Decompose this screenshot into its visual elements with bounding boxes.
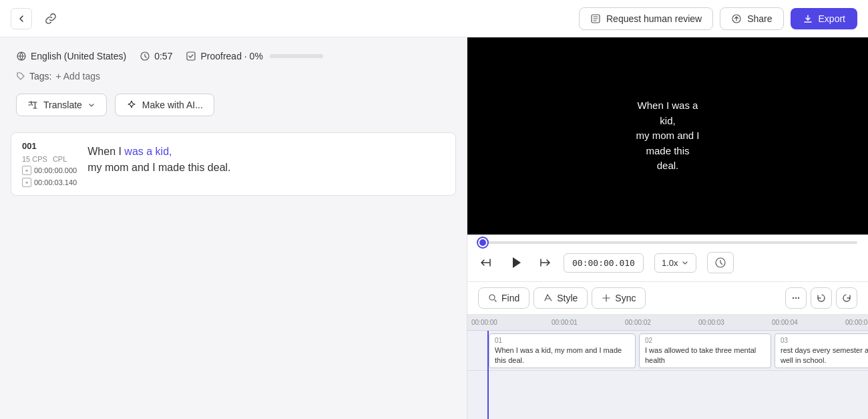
caption-line2: kid, xyxy=(660,115,675,126)
clock-button[interactable] xyxy=(707,252,734,273)
clip-text-2: I was allowed to take three mental healt… xyxy=(645,345,765,366)
time-end-icon[interactable]: + xyxy=(22,178,31,187)
svg-point-10 xyxy=(798,297,799,299)
caption-line5: deal. xyxy=(657,160,679,171)
translate-icon xyxy=(27,100,38,110)
track-row-1: 01 When I was a kid, my mom and I made t… xyxy=(467,331,868,371)
svg-rect-4 xyxy=(187,52,195,60)
header-right: Request human review Share Export xyxy=(579,7,857,30)
ruler-mark-2: 00:00:02 xyxy=(625,319,651,326)
subtitle-entry: 001 15 CPS CPL + 00:00:00.000 + xyxy=(11,132,456,196)
check-icon xyxy=(186,51,196,61)
clip-label-3: 03 xyxy=(781,337,868,344)
chevron-down-icon xyxy=(87,101,95,109)
sync-button[interactable]: Sync xyxy=(592,287,646,309)
caption-line4: made this xyxy=(646,145,689,156)
search-icon xyxy=(488,293,497,303)
entry-number: 001 xyxy=(22,141,77,151)
entry-text-highlight: was a kid, xyxy=(122,146,172,157)
progress-area xyxy=(467,235,868,244)
entry-text[interactable]: When I was a kid, my mom and I made this… xyxy=(87,141,445,187)
time-end: 00:00:03.140 xyxy=(34,178,77,186)
back-button[interactable] xyxy=(11,8,32,29)
rewind-button[interactable] xyxy=(478,255,493,270)
tags-label: Tags: xyxy=(29,71,51,82)
link-button[interactable] xyxy=(40,8,61,29)
waveform-2 xyxy=(645,368,765,368)
time-start-row: + 00:00:00.000 xyxy=(22,166,77,175)
find-label: Find xyxy=(501,293,519,303)
speed-chevron-icon xyxy=(681,259,689,267)
request-review-button[interactable]: Request human review xyxy=(579,7,713,30)
time-start: 00:00:00.000 xyxy=(34,166,77,174)
progress-dot xyxy=(478,238,487,247)
editor-toolbar: Find Style Sync xyxy=(467,281,868,315)
timeline-clip-1[interactable]: 01 When I was a kid, my mom and I made t… xyxy=(489,333,636,368)
caption-line1: When I was a xyxy=(638,100,698,111)
clip-text-3: rest days every semester as long as do w… xyxy=(781,345,868,366)
translate-label: Translate xyxy=(43,100,82,110)
tags-row: Tags: + Add tags xyxy=(16,71,451,82)
globe-icon xyxy=(16,51,27,61)
more-icon xyxy=(791,293,801,303)
ruler-mark-0: 00:00:00 xyxy=(471,319,497,326)
add-tags-button[interactable]: + Add tags xyxy=(55,71,100,82)
make-with-ai-button[interactable]: Make with AI... xyxy=(115,94,214,116)
style-label: Style xyxy=(557,293,578,303)
ruler-mark-3: 00:00:03 xyxy=(698,319,724,326)
actions-row: Translate Make with AI... xyxy=(16,94,451,116)
subtitle-scroll-area[interactable]: 001 15 CPS CPL + 00:00:00.000 + xyxy=(0,127,467,419)
video-area: When I was a kid, my mom and I made this… xyxy=(467,37,868,235)
cpl-label: CPL xyxy=(53,155,67,163)
ruler-mark-4: 00:00:04 xyxy=(772,319,798,326)
export-label: Export xyxy=(819,13,845,24)
time-end-row: + 00:00:03.140 xyxy=(22,178,77,187)
request-review-label: Request human review xyxy=(606,13,702,24)
make-with-ai-label: Make with AI... xyxy=(142,100,203,110)
entry-meta: 001 15 CPS CPL + 00:00:00.000 + xyxy=(22,141,77,187)
style-button[interactable]: Style xyxy=(533,287,588,309)
speed-selector[interactable]: 1.0x xyxy=(654,253,696,273)
player-controls: 00:00:00.010 1.0x xyxy=(467,244,868,281)
sync-label: Sync xyxy=(615,293,636,303)
find-button[interactable]: Find xyxy=(478,287,529,309)
fast-forward-button[interactable] xyxy=(538,255,553,270)
clip-text-1: When I was a kid, my mom and I made this… xyxy=(495,345,630,366)
timeline-cursor xyxy=(487,331,489,419)
timeline[interactable]: 00:00:00 00:00:01 00:00:02 00:00:03 00:0… xyxy=(467,315,868,419)
share-button[interactable]: Share xyxy=(720,7,783,30)
language-meta: English (United States) xyxy=(16,51,126,61)
proofread-meta: Proofread · 0% xyxy=(186,51,322,61)
ai-sparkle-icon xyxy=(126,100,137,110)
export-button[interactable]: Export xyxy=(791,8,857,29)
play-button[interactable] xyxy=(503,251,527,275)
more-options-button[interactable] xyxy=(785,287,807,309)
ruler-mark-5: 00:00:05 xyxy=(845,319,868,326)
entry-text-part1: When I xyxy=(87,146,122,157)
language-label: English (United States) xyxy=(31,51,126,61)
entry-times: + 00:00:00.000 + 00:00:03.140 xyxy=(22,166,77,187)
clock-icon xyxy=(140,51,150,61)
timeline-content: 01 When I was a kid, my mom and I made t… xyxy=(467,331,868,419)
left-top: English (United States) 0:57 Proofread ·… xyxy=(0,37,467,127)
right-panel: When I was a kid, my mom and I made this… xyxy=(467,37,868,419)
time-start-icon[interactable]: + xyxy=(22,166,31,175)
progress-bar[interactable] xyxy=(478,241,857,244)
meta-row: English (United States) 0:57 Proofread ·… xyxy=(16,51,451,61)
translate-button[interactable]: Translate xyxy=(16,94,107,116)
waveform-1 xyxy=(495,368,630,368)
redo-button[interactable] xyxy=(836,287,857,309)
svg-point-7 xyxy=(489,295,495,300)
timeline-tracks: 01 When I was a kid, my mom and I made t… xyxy=(467,331,868,419)
undo-button[interactable] xyxy=(811,287,832,309)
timeline-clip-2[interactable]: 02 I was allowed to take three mental he… xyxy=(639,333,771,368)
share-label: Share xyxy=(747,13,772,24)
style-icon xyxy=(544,293,553,303)
svg-point-9 xyxy=(795,297,797,299)
video-caption: When I was a kid, my mom and I made this… xyxy=(636,98,699,174)
duration-meta: 0:57 xyxy=(140,51,172,61)
proofread-label: Proofread · 0% xyxy=(200,51,262,61)
timeline-clip-3[interactable]: 03 rest days every semester as long as d… xyxy=(775,333,868,368)
svg-point-8 xyxy=(793,297,794,299)
waveform-3 xyxy=(781,368,868,368)
